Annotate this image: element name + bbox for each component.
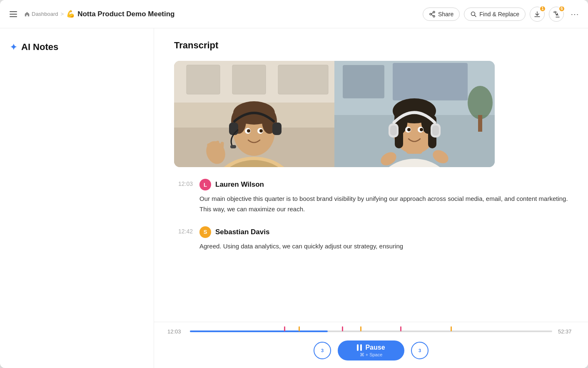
svg-rect-12 bbox=[187, 65, 220, 94]
sparkle-icon: ✦ bbox=[10, 42, 17, 52]
share-button[interactable]: Share bbox=[423, 8, 460, 21]
svg-line-3 bbox=[431, 13, 434, 14]
download-button[interactable]: 1 bbox=[530, 7, 545, 22]
svg-point-27 bbox=[247, 129, 250, 133]
page-title: 💪 Notta Product Demo Meeting bbox=[66, 10, 174, 18]
video-person-right bbox=[334, 61, 495, 167]
translate-badge: 6 bbox=[558, 5, 565, 12]
transcript-entry-2: 12:42 S Sebastian Davis Agreed. Using da… bbox=[174, 226, 568, 252]
breadcrumb-home: Dashboard bbox=[24, 11, 58, 17]
forward-button[interactable]: 3 bbox=[411, 342, 429, 359]
left-panel: ✦ AI Notes bbox=[0, 28, 154, 368]
translate-button[interactable]: 6 bbox=[549, 7, 564, 22]
right-panel: Transcript bbox=[154, 28, 588, 368]
marker-5 bbox=[400, 326, 401, 331]
transcript-title: Transcript bbox=[174, 40, 568, 51]
transcript-time-2: 12:42 bbox=[174, 226, 193, 235]
home-icon bbox=[24, 11, 30, 17]
speaker-name-2: Sebastian Davis bbox=[215, 228, 269, 236]
marker-1 bbox=[284, 326, 285, 331]
transcript-area: Transcript bbox=[154, 28, 588, 368]
find-replace-label: Find & Replace bbox=[479, 11, 519, 18]
svg-rect-13 bbox=[232, 65, 266, 94]
transcript-body-1: L Lauren Wilson Our main objective this … bbox=[199, 179, 568, 215]
title-emoji: 💪 bbox=[66, 10, 75, 18]
svg-rect-39 bbox=[478, 115, 482, 132]
translate-icon bbox=[553, 10, 560, 18]
forward-label: 3 bbox=[419, 348, 421, 353]
header-left: Dashboard > 💪 Notta Product Demo Meeting bbox=[7, 8, 175, 21]
timeline-progress bbox=[190, 330, 328, 332]
svg-rect-50 bbox=[390, 125, 397, 135]
pause-icon bbox=[357, 344, 362, 351]
svg-point-54 bbox=[407, 128, 411, 131]
pause-btn-top: Pause bbox=[357, 344, 385, 351]
header-actions: Share Find & Replace 1 bbox=[423, 7, 581, 22]
video-preview bbox=[174, 61, 495, 167]
svg-point-38 bbox=[468, 86, 493, 119]
breadcrumb: Dashboard > 💪 Notta Product Demo Meeting bbox=[24, 10, 175, 18]
avatar-sebastian: S bbox=[199, 226, 211, 238]
main-content: ✦ AI Notes Transcript bbox=[0, 28, 588, 368]
timeline-track[interactable] bbox=[190, 327, 552, 335]
svg-rect-23 bbox=[272, 123, 282, 135]
rewind-label: 3 bbox=[321, 348, 324, 353]
app-window: Dashboard > 💪 Notta Product Demo Meeting bbox=[0, 0, 588, 368]
svg-rect-14 bbox=[278, 65, 328, 94]
marker-6 bbox=[451, 326, 452, 331]
title-text: Notta Product Demo Meeting bbox=[77, 10, 174, 18]
rewind-button[interactable]: 3 bbox=[314, 342, 331, 359]
svg-line-6 bbox=[475, 15, 476, 17]
pause-button[interactable]: Pause ⌘ + Space bbox=[338, 340, 404, 360]
ai-notes-label: AI Notes bbox=[21, 42, 58, 53]
more-options-button[interactable]: ⋯ bbox=[568, 8, 581, 21]
transcript-text-1: Our main objective this quarter is to bo… bbox=[199, 194, 568, 215]
menu-button[interactable] bbox=[7, 8, 20, 21]
find-replace-button[interactable]: Find & Replace bbox=[464, 8, 526, 21]
svg-rect-36 bbox=[343, 65, 384, 98]
transcript-time-1: 12:03 bbox=[174, 179, 193, 187]
svg-rect-24 bbox=[230, 145, 236, 148]
pause-label: Pause bbox=[365, 344, 385, 351]
speaker-row-1: L Lauren Wilson bbox=[199, 179, 568, 190]
transcript-text-2: Agreed. Using data analytics, we can qui… bbox=[199, 241, 568, 252]
speaker-row-2: S Sebastian Davis bbox=[199, 226, 568, 238]
header: Dashboard > 💪 Notta Product Demo Meeting bbox=[0, 0, 588, 28]
speaker-name-1: Lauren Wilson bbox=[215, 180, 264, 189]
search-icon bbox=[470, 11, 477, 18]
svg-point-55 bbox=[420, 128, 423, 131]
pause-shortcut: ⌘ + Space bbox=[360, 352, 383, 358]
page-title-wrap: 💪 Notta Product Demo Meeting bbox=[66, 10, 174, 18]
marker-4 bbox=[360, 326, 361, 331]
svg-rect-37 bbox=[393, 63, 468, 100]
download-badge: 1 bbox=[539, 5, 546, 12]
share-label: Share bbox=[438, 11, 453, 18]
svg-point-28 bbox=[259, 129, 263, 133]
transcript-entry-1: 12:03 L Lauren Wilson Our main objective… bbox=[174, 179, 568, 215]
avatar-lauren: L bbox=[199, 179, 211, 190]
video-person-left bbox=[174, 61, 334, 167]
controls-row: 3 Pause ⌘ + Space 3 bbox=[167, 340, 575, 360]
timeline-row: 12:03 52:37 bbox=[167, 327, 575, 335]
marker-2 bbox=[299, 326, 300, 331]
svg-point-1 bbox=[433, 15, 435, 17]
transcript-body-2: S Sebastian Davis Agreed. Using data ana… bbox=[199, 226, 568, 252]
ai-notes-title: ✦ AI Notes bbox=[10, 42, 144, 53]
download-icon bbox=[533, 10, 541, 18]
timeline-end: 52:37 bbox=[558, 328, 575, 335]
player-bar: 12:03 52:37 bbox=[154, 322, 588, 368]
share-icon bbox=[429, 11, 436, 18]
breadcrumb-separator: > bbox=[61, 11, 64, 17]
svg-rect-22 bbox=[229, 123, 238, 135]
svg-rect-51 bbox=[432, 125, 439, 135]
svg-point-0 bbox=[433, 11, 435, 13]
timeline-start: 12:03 bbox=[167, 328, 184, 335]
breadcrumb-home-label: Dashboard bbox=[32, 11, 58, 17]
marker-3 bbox=[342, 326, 343, 331]
svg-line-4 bbox=[431, 14, 434, 15]
